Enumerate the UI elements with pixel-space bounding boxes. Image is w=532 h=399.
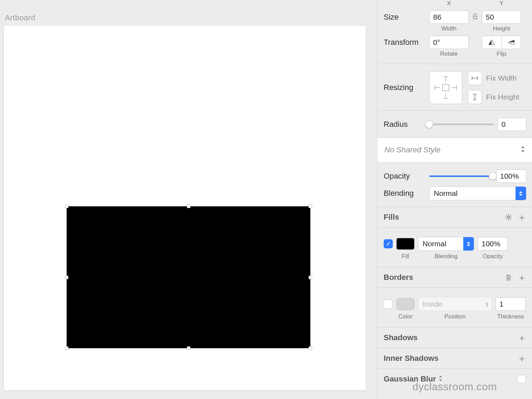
svg-line-24 (510, 215, 511, 216)
shared-style-dropdown[interactable]: No Shared Style (377, 138, 532, 163)
artboard[interactable] (4, 25, 366, 391)
shadows-header: Shadows ＋ (377, 328, 532, 348)
position-y-label: Y (482, 0, 521, 7)
border-color-sublabel: Color (396, 313, 415, 320)
opacity-slider[interactable] (429, 176, 493, 177)
flip-group (482, 36, 521, 49)
resize-handle-mr[interactable] (309, 276, 312, 279)
position-x-label: X (429, 0, 469, 7)
resize-handle-tc[interactable] (187, 205, 190, 208)
opacity-label: Opacity (384, 172, 426, 181)
selected-rectangle[interactable] (67, 206, 310, 348)
fill-opacity-input[interactable]: 100% (478, 237, 508, 250)
size-label: Size (384, 13, 426, 22)
resize-handle-bc[interactable] (187, 346, 190, 350)
resize-handle-br[interactable] (309, 346, 312, 350)
radius-input[interactable]: 0 (498, 118, 526, 131)
add-fill-icon[interactable]: ＋ (518, 213, 526, 221)
border-position-sublabel: Position (418, 313, 492, 320)
svg-line-23 (506, 219, 507, 219)
trash-icon[interactable] (505, 274, 512, 281)
svg-line-22 (510, 219, 511, 219)
artboard-title[interactable]: Artboard (5, 13, 35, 22)
fix-height-toggle[interactable] (468, 90, 482, 104)
width-sublabel: Width (429, 25, 469, 32)
transform-label: Transform (384, 38, 426, 47)
borders-header: Borders ＋ (377, 267, 532, 288)
fills-header: Fills ＋ (377, 207, 532, 228)
resize-handle-bl[interactable] (65, 346, 68, 350)
rotate-sublabel: Rotate (429, 50, 469, 57)
watermark-text: dyclassroom.com (377, 381, 532, 393)
svg-point-16 (507, 216, 510, 218)
border-position-select[interactable]: Inside ▴▾ (418, 297, 492, 311)
add-inner-shadow-icon[interactable]: ＋ (518, 355, 526, 362)
lock-aspect-icon[interactable] (472, 13, 478, 21)
width-input[interactable]: 86 (429, 11, 469, 24)
fix-width-label: Fix Width (486, 74, 517, 82)
resizing-label: Resizing (384, 83, 426, 92)
fix-width-toggle[interactable] (468, 71, 482, 85)
shared-style-placeholder: No Shared Style (384, 145, 440, 154)
blending-label: Blending (384, 189, 426, 198)
resize-handle-ml[interactable] (65, 276, 68, 279)
add-border-icon[interactable]: ＋ (518, 274, 526, 281)
add-shadow-icon[interactable]: ＋ (518, 334, 526, 342)
fill-blending-sublabel: Blending (418, 253, 474, 260)
svg-rect-0 (473, 16, 477, 19)
flip-sublabel: Flip (482, 50, 521, 57)
height-input[interactable]: 50 (482, 11, 521, 24)
dropdown-updown-icon (521, 146, 525, 154)
rotate-input[interactable]: 0° (429, 36, 469, 49)
border-color-swatch[interactable] (396, 298, 415, 310)
fill-opacity-sublabel: Opacity (478, 253, 508, 260)
svg-rect-9 (443, 84, 449, 91)
radius-label: Radius (384, 120, 426, 129)
flip-vertical-button[interactable] (501, 36, 521, 49)
flip-horizontal-button[interactable] (482, 36, 501, 49)
select-arrows-icon (463, 237, 474, 250)
fill-color-swatch[interactable] (396, 238, 415, 250)
border-thickness-input[interactable]: 1 (496, 297, 526, 311)
resize-handle-tr[interactable] (309, 205, 312, 208)
fix-height-label: Fix Height (486, 93, 519, 101)
resize-handle-tl[interactable] (65, 205, 68, 208)
opacity-input[interactable]: 100% (496, 170, 526, 183)
radius-slider[interactable] (429, 124, 494, 125)
fill-sublabel: Fill (396, 253, 415, 260)
canvas-area: Artboard (0, 0, 377, 399)
inner-shadows-header: Inner Shadows ＋ (377, 348, 532, 369)
blending-select[interactable]: Normal (429, 186, 526, 200)
pin-constraints-widget[interactable] (429, 71, 462, 104)
border-enabled-checkbox[interactable] (384, 300, 393, 309)
select-arrows-icon (516, 187, 526, 200)
height-sublabel: Height (482, 25, 521, 32)
dropdown-updown-icon: ▴▾ (486, 301, 488, 307)
fill-blending-select[interactable]: Normal (418, 237, 474, 251)
border-thickness-sublabel: Thickness (496, 313, 526, 320)
fill-enabled-checkbox[interactable]: ✓ (384, 239, 393, 248)
inspector-panel: X Y Size 86 50 Width Height Transform 0° (377, 0, 532, 399)
gear-icon[interactable] (505, 213, 512, 221)
svg-line-21 (506, 215, 507, 216)
